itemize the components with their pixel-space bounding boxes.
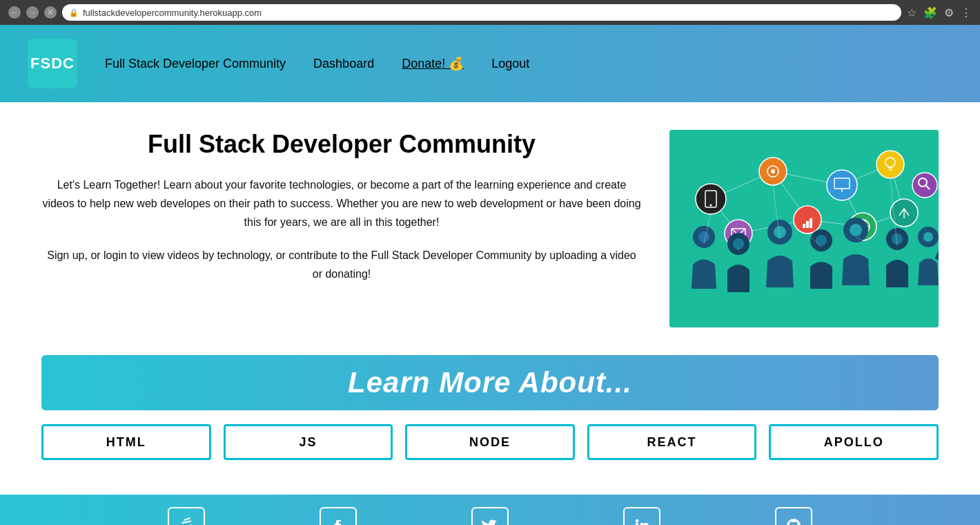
hero-description-1: Let's Learn Together! Learn about your f… (41, 175, 642, 232)
svg-point-48 (850, 224, 862, 236)
settings-icon[interactable]: ⚙ (944, 6, 954, 19)
stackoverflow-icon-box[interactable] (168, 507, 205, 525)
nav-site-title[interactable]: Full Stack Developer Community (105, 57, 286, 71)
url-text: fullstackdevelopercommunity.herokuapp.co… (83, 8, 262, 18)
svg-rect-63 (182, 521, 191, 524)
main-content: Full Stack Developer Community Let's Lea… (0, 102, 980, 355)
linkedin-icon-box[interactable] (623, 507, 660, 525)
close-button[interactable]: ✕ (44, 6, 57, 19)
svg-point-44 (774, 226, 786, 238)
svg-rect-64 (184, 517, 190, 521)
nav-dashboard[interactable]: Dashboard (313, 57, 374, 71)
tech-buttons: HTML JS NODE REACT APOLLO (41, 424, 939, 460)
html-button[interactable]: HTML (41, 424, 211, 460)
svg-point-50 (892, 233, 903, 245)
learn-more-banner: Learn More About... (41, 355, 939, 410)
svg-point-16 (771, 169, 775, 173)
github-icon-box[interactable] (775, 507, 812, 525)
logo[interactable]: FSDC (28, 39, 77, 88)
svg-point-40 (698, 231, 709, 242)
hero-description-2: Sign up, or login to view videos by tech… (41, 246, 642, 283)
logo-text: FSDC (30, 55, 75, 73)
nav-links: Full Stack Developer Community Dashboard… (105, 56, 529, 71)
menu-icon[interactable]: ⋮ (961, 6, 972, 19)
svg-point-11 (696, 184, 726, 214)
content-right (669, 130, 939, 327)
js-button[interactable]: JS (224, 424, 393, 460)
svg-point-66 (636, 519, 638, 522)
browser-toolbar-icons: ☆ 🧩 ⚙ ⋮ (907, 6, 972, 19)
twitter-icon-box[interactable] (471, 507, 509, 525)
svg-rect-27 (803, 224, 805, 228)
facebook-icon-box[interactable] (320, 507, 357, 525)
node-button[interactable]: NODE (405, 424, 575, 460)
extension-icon[interactable]: 🧩 (923, 6, 937, 19)
address-bar[interactable]: 🔒 fullstackdevelopercommunity.herokuapp.… (62, 4, 901, 21)
svg-point-13 (710, 204, 712, 207)
forward-button[interactable]: → (26, 6, 39, 19)
svg-point-52 (923, 232, 933, 242)
learn-more-text: Learn More About... (348, 366, 632, 399)
nav-logout[interactable]: Logout (491, 57, 529, 71)
svg-point-26 (794, 206, 821, 233)
nav-donate[interactable]: Donate! 💰 (402, 56, 464, 71)
learn-more-section: Learn More About... HTML JS NODE REACT A… (0, 355, 980, 481)
react-button[interactable]: REACT (587, 424, 757, 460)
svg-point-46 (816, 235, 827, 246)
back-button[interactable]: ← (8, 6, 21, 19)
apollo-button[interactable]: APOLLO (769, 424, 939, 460)
svg-point-17 (827, 170, 857, 200)
star-icon[interactable]: ☆ (907, 6, 917, 19)
svg-point-20 (876, 151, 904, 178)
hero-title: Full Stack Developer Community (41, 130, 642, 159)
browser-chrome: ← → ✕ 🔒 fullstackdevelopercommunity.hero… (0, 0, 980, 25)
svg-rect-28 (806, 221, 809, 228)
navbar: FSDC Full Stack Developer Community Dash… (0, 25, 980, 102)
svg-rect-29 (810, 218, 812, 228)
footer (0, 495, 980, 525)
hero-image (669, 130, 939, 327)
content-left: Full Stack Developer Community Let's Lea… (41, 130, 642, 297)
lock-icon: 🔒 (69, 8, 79, 17)
